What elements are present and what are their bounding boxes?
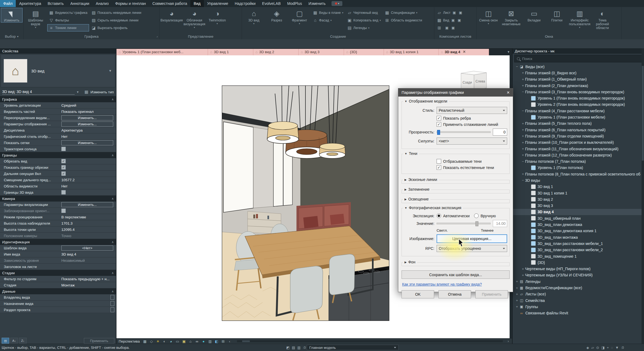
menu-tab-10[interactable]: EvolveLAB: [259, 0, 284, 7]
ribbon-button[interactable]: ▧Показать невидимые линии: [90, 9, 143, 16]
tree-item[interactable]: +Планы этажей (11_План обозначения визуа…: [513, 146, 644, 152]
radio-manual[interactable]: [474, 213, 479, 218]
shadows-toggle-icon[interactable]: ◐: [162, 339, 167, 343]
view-tab-1[interactable]: ⌂Уровень 1 (План расстановки меб...: [116, 48, 208, 55]
expand-icon[interactable]: +: [515, 279, 519, 283]
view-tab-3[interactable]: ⌂3D вид 2: [253, 48, 299, 55]
shadows-header[interactable]: ▼ Тени: [403, 151, 419, 156]
ribbon-button[interactable]: ⊞▣▣: [435, 24, 465, 31]
tree-item[interactable]: +Планы этажей (2_План демонтажа): [513, 82, 644, 89]
checkbox-unchecked-icon[interactable]: [437, 159, 441, 164]
tree-item[interactable]: −Планы этажей (3_План вновь возводимых п…: [513, 89, 644, 95]
associate-params-icon[interactable]: ▤: [2, 338, 9, 344]
style-select[interactable]: Реалистичный: [437, 107, 507, 114]
reveal-hidden-icon[interactable]: ●: [201, 339, 206, 343]
ribbon-button[interactable]: ▦Вид▣▣: [435, 17, 465, 24]
apply-button[interactable]: Применить: [475, 290, 508, 298]
ribbon-button[interactable]: ◪Вырезать профиль: [90, 24, 143, 31]
expand-icon[interactable]: +: [521, 134, 525, 138]
property-section-header[interactable]: Идентификация∧: [0, 239, 116, 245]
chevron-down-icon[interactable]: ▼: [109, 69, 112, 73]
exposure-value[interactable]: 14.00: [493, 220, 507, 227]
tree-item[interactable]: +Планы этажей (0_Видно все): [513, 70, 644, 76]
checkbox-unchecked-icon[interactable]: [61, 209, 66, 213]
property-edit-button[interactable]: Изменить...: [61, 140, 113, 145]
scrollbar-thumb[interactable]: [642, 66, 644, 161]
model-display-header[interactable]: ▼ Отображение модели: [403, 99, 449, 103]
help-link[interactable]: Как эти параметры влияют на графику вида…: [402, 282, 509, 286]
menu-tab-6[interactable]: Совместная работа: [149, 0, 190, 7]
ribbon-button[interactable]: ≡Тонкие линии: [47, 24, 89, 31]
crop-visibility-icon[interactable]: ▣: [182, 339, 187, 343]
background-group[interactable]: ▶ Фон: [402, 262, 510, 266]
ribbon-button[interactable]: ▥Интерфейс пользователя▾: [569, 8, 591, 29]
ribbon-button[interactable]: ◐Тема рабочей области: [591, 8, 614, 30]
menu-tab-12[interactable]: Изменить: [305, 0, 329, 7]
tree-item[interactable]: 3D вид 1: [513, 184, 644, 190]
tree-item[interactable]: +Планы этажей (12_План обозначения разве…: [513, 152, 644, 158]
drag-on-selection-icon[interactable]: +: [606, 346, 610, 350]
transparency-value[interactable]: 0: [493, 129, 507, 136]
ambient-shadows-row[interactable]: ✓ Показать естественные тени: [437, 165, 507, 170]
tree-item[interactable]: 3D_вид_план демонтажа копия 1: [513, 228, 644, 234]
collapse-icon[interactable]: −: [521, 90, 525, 94]
tree-item[interactable]: +Планы этажей (9_План отделки помещений): [513, 133, 644, 139]
tree-item[interactable]: ∞Связанные файлы Revit: [513, 310, 644, 316]
property-edit-button[interactable]: Изменить...: [61, 115, 113, 120]
menu-tab-file[interactable]: Файл: [0, 0, 16, 7]
tree-item[interactable]: 3D_вид_план монтажа: [513, 234, 644, 240]
ribbon-button[interactable]: ▨Скрыть невидимые линии: [90, 17, 143, 24]
ribbon-button[interactable]: ▦Виды в плане▾: [311, 9, 345, 16]
collapse-icon[interactable]: ∧: [112, 98, 114, 101]
slider-thumb[interactable]: [475, 221, 478, 226]
ribbon-button[interactable]: ◕Визуализация: [160, 8, 183, 23]
3d-view-render[interactable]: [222, 85, 389, 321]
tree-item[interactable]: +Планы этажей (5_План теплого пола): [513, 120, 644, 127]
expand-icon[interactable]: +: [521, 153, 525, 157]
tree-item[interactable]: 3D_вид_план расстановки мебели_2: [513, 247, 644, 253]
tree-item[interactable]: +▣Группы: [513, 304, 644, 310]
tree-item[interactable]: Уровень 1 (План расстановки мебели): [513, 114, 644, 120]
collapse-icon[interactable]: ∧: [112, 197, 114, 200]
locked-view-icon[interactable]: ⌂: [188, 339, 193, 343]
panel-extra-icon[interactable]: ▣: [457, 18, 462, 22]
checkbox-checked-icon[interactable]: ✓: [437, 122, 441, 127]
collapse-bar-icon[interactable]: ‹: [227, 339, 232, 343]
dialog-close-icon[interactable]: ×: [507, 90, 510, 95]
menu-tab-5[interactable]: Формы и генплан: [112, 0, 149, 7]
property-section-header[interactable]: Графика∧: [0, 96, 116, 102]
visual-style-icon[interactable]: ◇: [149, 339, 154, 343]
sort-az-icon[interactable]: A↓: [10, 338, 18, 344]
expand-icon[interactable]: +: [515, 298, 519, 302]
tree-item[interactable]: +Чертежные виды (УЗЛЫ И СЕЧЕНИЯ): [513, 272, 644, 278]
tree-item[interactable]: −3D виды: [513, 177, 644, 183]
tree-item[interactable]: +◫Семейства: [513, 297, 644, 304]
temporary-properties-icon[interactable]: ▥: [208, 339, 213, 343]
panel-extra-icon[interactable]: ▣: [451, 18, 456, 22]
instance-name[interactable]: 3D вид: 3D вид 4: [2, 90, 75, 95]
lighting-group[interactable]: ▶ Освещение: [402, 199, 510, 203]
ribbon-button[interactable]: ◫Смена окон▾: [477, 8, 500, 25]
expand-icon[interactable]: +: [521, 71, 525, 75]
collapse-icon[interactable]: −: [521, 178, 525, 182]
ribbon-button[interactable]: ▤Шаблоны видов▾: [24, 8, 47, 29]
hide-isolate-icon[interactable]: ∞: [195, 339, 200, 343]
photo-exposure-header[interactable]: ▼ Фотографическая экспозиция: [403, 206, 463, 210]
tree-item[interactable]: 3D_вид_помещение 1: [513, 253, 644, 259]
select-by-face-icon[interactable]: ◨: [600, 346, 606, 350]
property-browse-button[interactable]: [111, 307, 114, 312]
expand-icon[interactable]: +: [521, 172, 525, 176]
property-edit-button[interactable]: <Нет>: [61, 245, 113, 251]
reveal-constraints-icon[interactable]: ⊞: [221, 339, 226, 343]
expand-icon[interactable]: +: [521, 128, 525, 132]
main-model-select[interactable]: Главная модель: [307, 345, 399, 350]
tree-item[interactable]: 3D вид 2: [513, 196, 644, 202]
tree-item[interactable]: 3D_вид_обмерный план: [513, 215, 644, 221]
tree-item[interactable]: Уровень 1 (План потолка): [513, 165, 644, 171]
collapse-icon[interactable]: ∧: [112, 271, 114, 275]
collapse-icon[interactable]: −: [521, 109, 525, 113]
expand-icon[interactable]: +: [515, 292, 519, 296]
ribbon-button[interactable]: ▦Спецификации▾: [383, 9, 424, 16]
ribbon-button[interactable]: ⊞Область видимости: [383, 17, 424, 24]
expand-icon[interactable]: +: [521, 77, 525, 81]
